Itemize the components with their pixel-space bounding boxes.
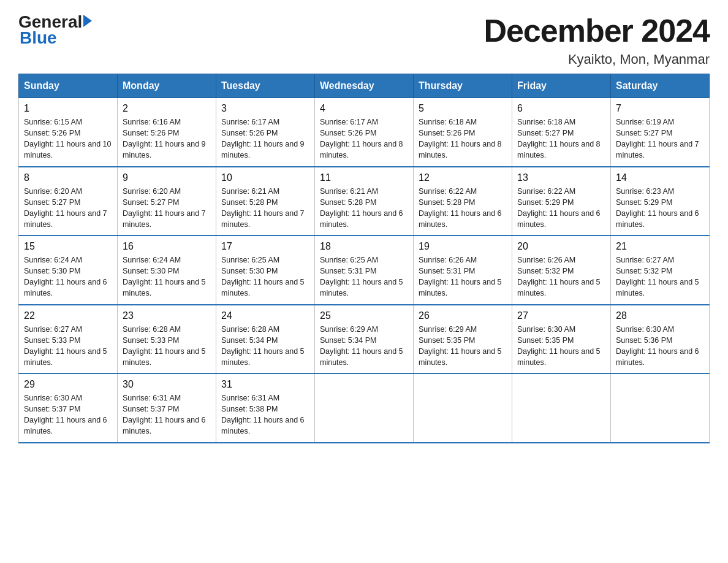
day-info: Sunrise: 6:31 AMSunset: 5:37 PMDaylight:… (123, 394, 206, 435)
calendar-cell: 7 Sunrise: 6:19 AMSunset: 5:27 PMDayligh… (611, 98, 710, 167)
calendar-cell: 11 Sunrise: 6:21 AMSunset: 5:28 PMDaylig… (315, 167, 414, 236)
calendar-week-row: 29 Sunrise: 6:30 AMSunset: 5:37 PMDaylig… (19, 373, 710, 443)
calendar-week-row: 22 Sunrise: 6:27 AMSunset: 5:33 PMDaylig… (19, 305, 710, 374)
day-number: 9 (123, 172, 211, 183)
logo-triangle-icon (83, 15, 92, 27)
day-number: 8 (24, 172, 112, 183)
calendar-cell (611, 373, 710, 443)
calendar-cell: 12 Sunrise: 6:22 AMSunset: 5:28 PMDaylig… (414, 167, 512, 236)
day-info: Sunrise: 6:26 AMSunset: 5:31 PMDaylight:… (419, 256, 502, 297)
calendar-cell: 19 Sunrise: 6:26 AMSunset: 5:31 PMDaylig… (414, 236, 512, 305)
calendar-cell: 23 Sunrise: 6:28 AMSunset: 5:33 PMDaylig… (118, 305, 216, 374)
logo-blue-text: Blue (20, 28, 57, 48)
day-info: Sunrise: 6:29 AMSunset: 5:35 PMDaylight:… (419, 325, 502, 367)
calendar-cell: 10 Sunrise: 6:21 AMSunset: 5:28 PMDaylig… (216, 167, 315, 236)
calendar-cell: 24 Sunrise: 6:28 AMSunset: 5:34 PMDaylig… (216, 305, 315, 374)
calendar-cell: 18 Sunrise: 6:25 AMSunset: 5:31 PMDaylig… (315, 236, 414, 305)
weekday-header: Wednesday (315, 74, 414, 98)
page-header: General Blue December 2024 Kyaikto, Mon,… (18, 12, 710, 67)
day-info: Sunrise: 6:29 AMSunset: 5:34 PMDaylight:… (320, 325, 403, 367)
day-info: Sunrise: 6:19 AMSunset: 5:27 PMDaylight:… (616, 118, 699, 159)
calendar-cell: 2 Sunrise: 6:16 AMSunset: 5:26 PMDayligh… (118, 98, 216, 167)
day-info: Sunrise: 6:22 AMSunset: 5:28 PMDaylight:… (419, 187, 502, 229)
day-info: Sunrise: 6:16 AMSunset: 5:26 PMDaylight:… (123, 118, 206, 159)
calendar-cell: 8 Sunrise: 6:20 AMSunset: 5:27 PMDayligh… (19, 167, 118, 236)
calendar-cell: 20 Sunrise: 6:26 AMSunset: 5:32 PMDaylig… (512, 236, 611, 305)
day-info: Sunrise: 6:20 AMSunset: 5:27 PMDaylight:… (24, 187, 107, 229)
day-number: 24 (221, 310, 309, 321)
calendar-cell: 4 Sunrise: 6:17 AMSunset: 5:26 PMDayligh… (315, 98, 414, 167)
day-info: Sunrise: 6:30 AMSunset: 5:36 PMDaylight:… (616, 325, 699, 367)
calendar-cell: 13 Sunrise: 6:22 AMSunset: 5:29 PMDaylig… (512, 167, 611, 236)
day-number: 16 (123, 241, 211, 252)
day-info: Sunrise: 6:28 AMSunset: 5:33 PMDaylight:… (123, 325, 206, 367)
weekday-header: Monday (118, 74, 216, 98)
weekday-header: Thursday (414, 74, 512, 98)
day-number: 7 (616, 103, 704, 114)
calendar-cell: 16 Sunrise: 6:24 AMSunset: 5:30 PMDaylig… (118, 236, 216, 305)
day-number: 30 (123, 379, 211, 390)
calendar-cell (414, 373, 512, 443)
day-number: 20 (517, 241, 605, 252)
calendar-cell: 31 Sunrise: 6:31 AMSunset: 5:38 PMDaylig… (216, 373, 315, 443)
day-number: 12 (419, 172, 507, 183)
logo: General Blue (18, 12, 92, 48)
day-number: 3 (221, 103, 309, 114)
day-number: 13 (517, 172, 605, 183)
day-info: Sunrise: 6:26 AMSunset: 5:32 PMDaylight:… (517, 256, 601, 297)
calendar-cell: 25 Sunrise: 6:29 AMSunset: 5:34 PMDaylig… (315, 305, 414, 374)
calendar-cell: 27 Sunrise: 6:30 AMSunset: 5:35 PMDaylig… (512, 305, 611, 374)
calendar-week-row: 8 Sunrise: 6:20 AMSunset: 5:27 PMDayligh… (19, 167, 710, 236)
title-block: December 2024 Kyaikto, Mon, Myanmar (483, 12, 710, 67)
weekday-header-row: SundayMondayTuesdayWednesdayThursdayFrid… (19, 74, 710, 98)
calendar-cell: 3 Sunrise: 6:17 AMSunset: 5:26 PMDayligh… (216, 98, 315, 167)
calendar-week-row: 15 Sunrise: 6:24 AMSunset: 5:30 PMDaylig… (19, 236, 710, 305)
day-info: Sunrise: 6:25 AMSunset: 5:31 PMDaylight:… (320, 256, 403, 297)
day-info: Sunrise: 6:21 AMSunset: 5:28 PMDaylight:… (221, 187, 305, 229)
day-number: 15 (24, 241, 112, 252)
day-info: Sunrise: 6:31 AMSunset: 5:38 PMDaylight:… (221, 394, 305, 435)
day-number: 18 (320, 241, 408, 252)
day-info: Sunrise: 6:23 AMSunset: 5:29 PMDaylight:… (616, 187, 699, 229)
calendar-cell (512, 373, 611, 443)
day-info: Sunrise: 6:30 AMSunset: 5:37 PMDaylight:… (24, 394, 107, 435)
day-number: 25 (320, 310, 408, 321)
calendar-cell: 26 Sunrise: 6:29 AMSunset: 5:35 PMDaylig… (414, 305, 512, 374)
day-number: 31 (221, 379, 309, 390)
day-number: 4 (320, 103, 408, 114)
calendar-cell: 5 Sunrise: 6:18 AMSunset: 5:26 PMDayligh… (414, 98, 512, 167)
weekday-header: Tuesday (216, 74, 315, 98)
day-info: Sunrise: 6:18 AMSunset: 5:26 PMDaylight:… (419, 118, 502, 159)
day-info: Sunrise: 6:21 AMSunset: 5:28 PMDaylight:… (320, 187, 403, 229)
day-info: Sunrise: 6:15 AMSunset: 5:26 PMDaylight:… (24, 118, 111, 159)
day-number: 14 (616, 172, 704, 183)
day-info: Sunrise: 6:22 AMSunset: 5:29 PMDaylight:… (517, 187, 601, 229)
calendar-cell: 15 Sunrise: 6:24 AMSunset: 5:30 PMDaylig… (19, 236, 118, 305)
day-number: 19 (419, 241, 507, 252)
day-info: Sunrise: 6:25 AMSunset: 5:30 PMDaylight:… (221, 256, 305, 297)
calendar-week-row: 1 Sunrise: 6:15 AMSunset: 5:26 PMDayligh… (19, 98, 710, 167)
day-info: Sunrise: 6:27 AMSunset: 5:33 PMDaylight:… (24, 325, 107, 367)
day-number: 6 (517, 103, 605, 114)
calendar-cell: 30 Sunrise: 6:31 AMSunset: 5:37 PMDaylig… (118, 373, 216, 443)
day-number: 23 (123, 310, 211, 321)
day-number: 1 (24, 103, 112, 114)
day-info: Sunrise: 6:30 AMSunset: 5:35 PMDaylight:… (517, 325, 601, 367)
calendar-cell: 17 Sunrise: 6:25 AMSunset: 5:30 PMDaylig… (216, 236, 315, 305)
day-info: Sunrise: 6:17 AMSunset: 5:26 PMDaylight:… (221, 118, 305, 159)
calendar-table: SundayMondayTuesdayWednesdayThursdayFrid… (18, 74, 710, 443)
calendar-cell: 29 Sunrise: 6:30 AMSunset: 5:37 PMDaylig… (19, 373, 118, 443)
day-number: 10 (221, 172, 309, 183)
calendar-cell: 6 Sunrise: 6:18 AMSunset: 5:27 PMDayligh… (512, 98, 611, 167)
day-info: Sunrise: 6:28 AMSunset: 5:34 PMDaylight:… (221, 325, 305, 367)
weekday-header: Friday (512, 74, 611, 98)
day-number: 26 (419, 310, 507, 321)
day-number: 28 (616, 310, 704, 321)
day-info: Sunrise: 6:17 AMSunset: 5:26 PMDaylight:… (320, 118, 403, 159)
calendar-cell: 22 Sunrise: 6:27 AMSunset: 5:33 PMDaylig… (19, 305, 118, 374)
day-info: Sunrise: 6:18 AMSunset: 5:27 PMDaylight:… (517, 118, 601, 159)
day-info: Sunrise: 6:27 AMSunset: 5:32 PMDaylight:… (616, 256, 699, 297)
calendar-cell: 14 Sunrise: 6:23 AMSunset: 5:29 PMDaylig… (611, 167, 710, 236)
day-number: 11 (320, 172, 408, 183)
day-info: Sunrise: 6:24 AMSunset: 5:30 PMDaylight:… (123, 256, 206, 297)
